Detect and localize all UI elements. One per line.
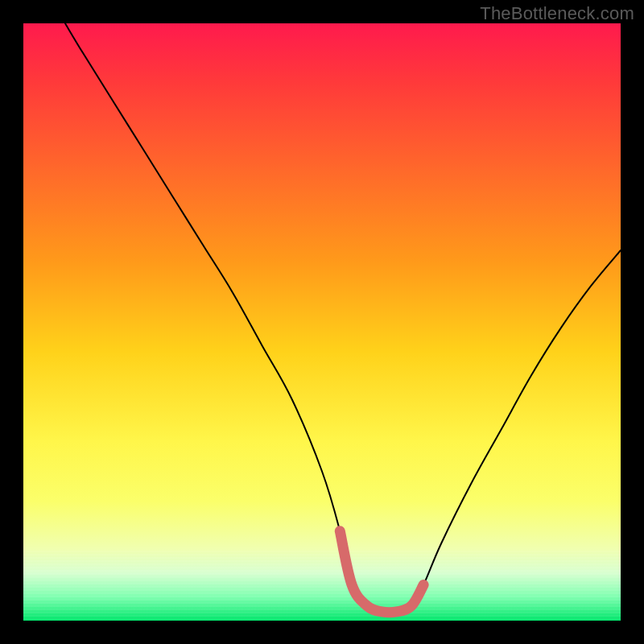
bottleneck-curve bbox=[65, 23, 621, 613]
curve-layer bbox=[23, 23, 621, 621]
bottom-highlight bbox=[340, 531, 423, 613]
plot-area bbox=[23, 23, 621, 621]
chart-frame: TheBottleneck.com bbox=[0, 0, 644, 644]
watermark-text: TheBottleneck.com bbox=[480, 3, 634, 24]
